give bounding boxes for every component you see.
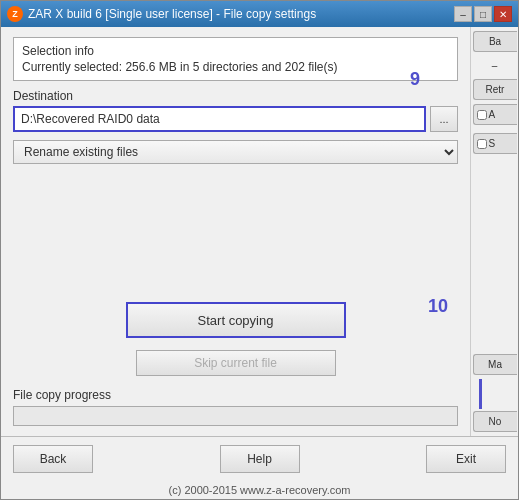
- close-button[interactable]: ✕: [494, 6, 512, 22]
- left-panel: Selection info Currently selected: 256.6…: [1, 27, 470, 436]
- skip-current-file-button[interactable]: Skip current file: [136, 350, 336, 376]
- rename-dropdown[interactable]: Rename existing files Overwrite existing…: [13, 140, 458, 164]
- right-sidebar: Ba – Retr A S Ma No: [470, 27, 518, 436]
- sidebar-tab-ba[interactable]: Ba: [473, 31, 517, 52]
- skip-row: Skip current file: [13, 350, 458, 376]
- sidebar-tab-no[interactable]: No: [473, 411, 517, 432]
- destination-row: ...: [13, 106, 458, 132]
- exit-button[interactable]: Exit: [426, 445, 506, 473]
- sidebar-tab-a[interactable]: A: [473, 104, 517, 125]
- title-buttons: – □ ✕: [454, 6, 512, 22]
- main-window: Z ZAR X build 6 [Single user license] - …: [0, 0, 519, 500]
- title-bar: Z ZAR X build 6 [Single user license] - …: [1, 1, 518, 27]
- start-copy-button[interactable]: Start copying: [126, 302, 346, 338]
- maximize-button[interactable]: □: [474, 6, 492, 22]
- destination-label: Destination: [13, 89, 458, 103]
- main-content: Selection info Currently selected: 256.6…: [1, 27, 518, 436]
- sidebar-checkbox-s[interactable]: [477, 139, 487, 149]
- destination-group: 9 Destination ...: [13, 89, 458, 132]
- annotation-10: 10: [428, 296, 448, 317]
- start-copy-group: Start copying 10: [13, 296, 458, 342]
- footer: (c) 2000-2015 www.z-a-recovery.com: [1, 481, 518, 499]
- bottom-bar: Back Help Exit: [1, 436, 518, 481]
- sidebar-tab-a-label: A: [489, 109, 496, 120]
- app-icon: Z: [7, 6, 23, 22]
- progress-label: File copy progress: [13, 388, 458, 402]
- rename-dropdown-wrapper: Rename existing files Overwrite existing…: [13, 140, 458, 288]
- destination-input[interactable]: [13, 106, 426, 132]
- back-button[interactable]: Back: [13, 445, 93, 473]
- minimize-button[interactable]: –: [454, 6, 472, 22]
- selection-info-label: Selection info: [22, 44, 449, 58]
- progress-group: File copy progress: [13, 388, 458, 426]
- footer-text: (c) 2000-2015 www.z-a-recovery.com: [169, 484, 351, 496]
- selection-info-text: Currently selected: 256.6 MB in 5 direct…: [22, 60, 449, 74]
- sidebar-tab-dash: –: [473, 56, 517, 75]
- sidebar-tab-retr[interactable]: Retr: [473, 79, 517, 100]
- progress-bar-outer: [13, 406, 458, 426]
- sidebar-checkbox-a[interactable]: [477, 110, 487, 120]
- selection-info-box: Selection info Currently selected: 256.6…: [13, 37, 458, 81]
- window-title: ZAR X build 6 [Single user license] - Fi…: [28, 7, 316, 21]
- browse-button[interactable]: ...: [430, 106, 458, 132]
- title-bar-left: Z ZAR X build 6 [Single user license] - …: [7, 6, 316, 22]
- sidebar-tab-s-label: S: [489, 138, 496, 149]
- sidebar-tab-s[interactable]: S: [473, 133, 517, 154]
- help-button[interactable]: Help: [220, 445, 300, 473]
- annotation-9: 9: [410, 69, 420, 90]
- sidebar-tab-ma[interactable]: Ma: [473, 354, 517, 375]
